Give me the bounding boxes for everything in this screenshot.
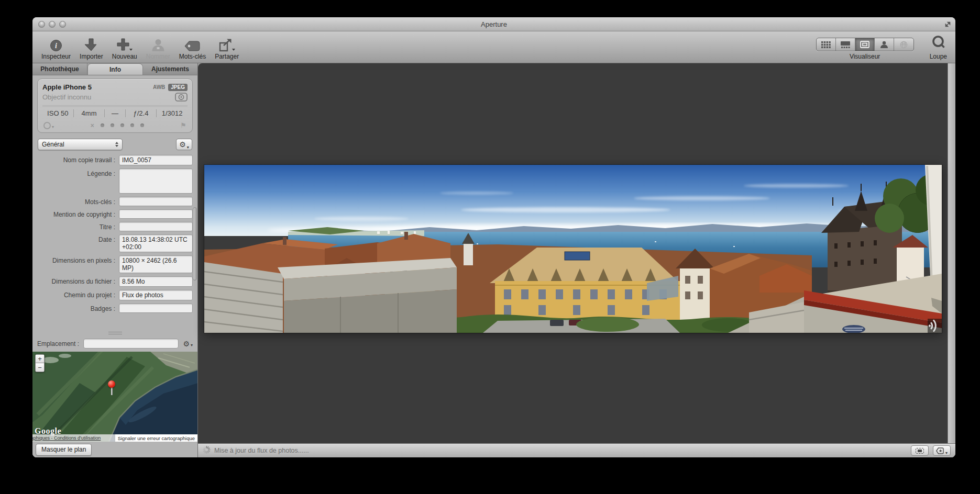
toolbar-right-group: Visualiseur Loupe [816, 35, 947, 60]
field-label: Chemin du projet : [37, 290, 119, 299]
map-zoom-out-button[interactable]: − [35, 363, 45, 372]
plus-icon [117, 36, 133, 52]
iso-value: ISO 50 [42, 109, 74, 117]
metering-icon [175, 93, 188, 102]
rating-dot[interactable] [130, 124, 134, 127]
field-label: Dimensions en pixels : [37, 255, 119, 264]
viewer-column: Mise à jour du flux de photos...... ▾ [198, 63, 955, 457]
svg-text:i: i [55, 42, 57, 50]
minimize-window-button[interactable] [49, 21, 56, 28]
faces-segment[interactable] [875, 38, 894, 51]
file-size-field[interactable]: 8.56 Mo [119, 276, 193, 287]
photostream-badge [928, 319, 942, 333]
viewer-segment[interactable] [855, 38, 875, 51]
field-row: Légende : [37, 169, 193, 194]
photo-viewer [198, 63, 948, 443]
exposure-comp-value: — [105, 109, 125, 117]
title-bar[interactable]: Aperture [32, 17, 955, 31]
browser-view-segment[interactable] [817, 38, 836, 51]
split-view-segment[interactable] [836, 38, 855, 51]
viewer-scrollbar[interactable] [948, 63, 955, 443]
filter-caret-icon: ▾ [945, 451, 948, 455]
tab-info[interactable]: Info [87, 63, 143, 75]
tag-star-icon [936, 447, 944, 454]
pixel-size-field[interactable]: 10800 × 2462 (26.6 MP) [119, 255, 193, 273]
flag-icon[interactable]: ⚑ [180, 121, 186, 129]
map-zoom-in-button[interactable]: + [35, 354, 45, 363]
caption-field[interactable] [119, 169, 193, 194]
field-row: Date : 18.08.13 14:38:02 UTC +02:00 [37, 234, 193, 252]
title-field[interactable] [119, 222, 193, 231]
location-row: Emplacement : ⚙ ▾ [32, 335, 197, 352]
rating-dot[interactable] [140, 124, 144, 127]
gear-caret-icon: ▾ [187, 145, 189, 150]
sidebar-scrollbar[interactable] [193, 207, 197, 280]
field-label: Nom copie travail : [37, 155, 119, 164]
keyword-filter-button[interactable]: ▾ [933, 445, 951, 456]
zoom-window-button[interactable] [59, 21, 66, 28]
label-circle-icon[interactable] [43, 122, 51, 129]
format-badge: JPEG [168, 84, 188, 91]
photo-panorama[interactable] [204, 165, 942, 333]
fullscreen-icon[interactable] [944, 20, 951, 30]
toolbar-left-group: i Inspecteur Importer Nouveau [41, 36, 239, 60]
location-map[interactable]: + − Google Données cartographiques - Con… [32, 352, 197, 442]
dashed-rect-icon [916, 448, 924, 454]
status-text: Mise à jour du flux de photos...... [214, 447, 309, 454]
location-action-button[interactable]: ⚙ ▾ [183, 340, 193, 347]
copyright-field[interactable] [119, 209, 193, 219]
metadata-preset-popup[interactable]: Général [38, 139, 123, 150]
share-button[interactable]: Partager [215, 36, 239, 60]
field-row: Mention de copyright : [37, 209, 193, 219]
loupe-icon[interactable] [931, 35, 945, 51]
badges-field[interactable] [119, 304, 193, 313]
popup-arrows-icon [115, 142, 118, 147]
rating-dot[interactable] [120, 124, 124, 127]
import-button[interactable]: Importer [80, 36, 103, 60]
location-input[interactable] [83, 339, 179, 349]
places-segment[interactable] [894, 38, 913, 51]
label-caret-icon: ▾ [52, 125, 54, 129]
rating-dot[interactable] [101, 124, 104, 127]
map-footer-row: Masquer le plan [32, 442, 197, 457]
share-icon [218, 36, 235, 52]
new-button[interactable]: Nouveau [112, 36, 137, 60]
aperture-value: ƒ/2.4 [126, 109, 157, 117]
tab-ajustements[interactable]: Ajustements [143, 63, 197, 75]
loupe-control: Loupe [930, 35, 947, 60]
viewer-label: Visualiseur [850, 53, 880, 60]
lens-name: Objectif inconnu [42, 93, 91, 101]
date-field[interactable]: 18.08.13 14:38:02 UTC +02:00 [119, 234, 193, 252]
project-path-field[interactable]: Flux de photos [119, 290, 193, 300]
map-pin[interactable] [108, 380, 115, 396]
pane-divider-handle[interactable] [37, 330, 193, 335]
field-row: Dimensions du fichier : 8.56 Mo [37, 276, 193, 287]
field-label: Mots-clés : [37, 197, 119, 206]
show-original-button[interactable] [911, 445, 929, 456]
map-zoom-control: + − [35, 354, 45, 372]
main-toolbar: i Inspecteur Importer Nouveau [32, 31, 955, 63]
rating-dot[interactable] [111, 124, 114, 127]
white-balance-badge: AWB [153, 84, 165, 90]
camera-name: Apple iPhone 5 [42, 83, 92, 91]
keywords-button[interactable]: Mots-clés [179, 36, 206, 60]
exposure-strip: ISO 50 4mm — ƒ/2.4 1/3012 [42, 106, 188, 120]
metadata-action-button[interactable]: ⚙ ▾ [176, 139, 192, 150]
location-label: Emplacement : [37, 340, 79, 347]
tab-phototheque[interactable]: Photothèque [32, 63, 87, 75]
shutter-value: 1/3012 [157, 109, 188, 117]
field-label: Badges : [37, 304, 119, 312]
keywords-field[interactable] [119, 197, 193, 206]
inspector-tabs: Photothèque Info Ajustements [32, 63, 197, 75]
close-window-button[interactable] [38, 21, 45, 28]
inspector-sidebar: Photothèque Info Ajustements Apple iPhon… [32, 63, 198, 457]
map-report-error-link[interactable]: Signaler une erreur cartographique [115, 434, 197, 442]
person-icon [151, 36, 165, 52]
reject-rating-icon[interactable]: × [91, 122, 94, 129]
map-pin-head [108, 380, 115, 388]
version-name-field[interactable]: IMG_0057 [119, 155, 193, 165]
field-label: Date : [37, 234, 119, 243]
field-label: Dimensions du fichier : [37, 276, 119, 285]
hide-map-button[interactable]: Masquer le plan [36, 444, 92, 456]
inspector-button[interactable]: i Inspecteur [41, 36, 71, 60]
